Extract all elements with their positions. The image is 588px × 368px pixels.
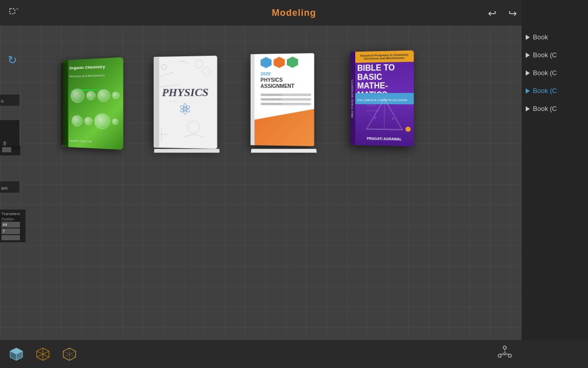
transform-label: Transform xyxy=(2,212,24,216)
book3-pages xyxy=(251,149,317,153)
svg-line-2 xyxy=(159,72,174,77)
book2-title: PHYSICS ⚛ xyxy=(162,86,208,118)
properties-panel xyxy=(0,146,20,155)
label-are: are xyxy=(0,181,19,193)
book1-decoration xyxy=(69,84,121,134)
right-panel: Book Book (C Book (C Book (C Book (C xyxy=(522,0,588,368)
expand-icon-4 xyxy=(526,106,530,111)
book3-bottom-area xyxy=(255,109,314,146)
expand-icon-2 xyxy=(526,71,530,76)
transform-section: Transform Position 44 7 xyxy=(0,210,26,242)
book3-year: 2020 xyxy=(260,71,271,76)
svg-line-12 xyxy=(366,129,402,129)
books-area: Organic Chemistry Structure and Mechanis… xyxy=(31,51,517,151)
book4-author: PRAGATI AGRAWAL xyxy=(357,136,412,141)
right-panel-label-3: Book (C xyxy=(533,87,557,95)
right-panel-label-1: Book (C xyxy=(533,51,557,59)
view-wireframe-button[interactable] xyxy=(32,343,54,365)
right-panel-item-3[interactable]: Book (C xyxy=(522,82,588,100)
svg-point-3 xyxy=(195,60,203,68)
book-bible-mathematics[interactable]: BIBLE TO BASIC MATHEMATICS Research Prog… xyxy=(350,51,424,151)
book2-pages xyxy=(154,149,220,153)
right-panel-label-4: Book (C xyxy=(533,105,557,112)
x-input[interactable]: 44 xyxy=(2,222,20,227)
label-n: n xyxy=(0,95,19,106)
book1-title: Organic Chemistry xyxy=(69,63,121,71)
book-physics-assignment[interactable]: 2020 PHYSICS ASSIGNMENT Text Replacement… xyxy=(250,54,324,151)
graph-icon[interactable] xyxy=(496,342,514,363)
book3-top-area: 2020 PHYSICS ASSIGNMENT Text Replacement… xyxy=(255,53,314,109)
book1-spine xyxy=(61,63,67,145)
right-panel-item-2[interactable]: Book (C xyxy=(522,64,588,82)
top-left-toolbar xyxy=(5,4,23,22)
svg-rect-0 xyxy=(10,9,15,14)
book1-subtitle: Structure and Mechanisms xyxy=(69,73,121,78)
view-solid-button[interactable] xyxy=(5,343,28,365)
svg-line-40 xyxy=(506,353,510,354)
view-transparent-button[interactable] xyxy=(58,343,81,365)
book3-lines: Text Replacement Text Replacement Text R… xyxy=(260,94,311,107)
svg-text:a²+b²=c²: a²+b²=c² xyxy=(366,104,376,106)
svg-line-39 xyxy=(500,353,504,354)
undo-redo-toolbar: ↩ ↪ xyxy=(483,4,522,22)
book3-hex-icons xyxy=(260,57,298,68)
right-panel-label-2: Book (C xyxy=(533,69,557,77)
right-panel-item-4[interactable]: Book (C xyxy=(522,100,588,118)
position-label: Position xyxy=(2,217,24,221)
book2-atom-icon: ⚛ xyxy=(162,100,208,118)
svg-point-32 xyxy=(503,346,506,349)
svg-text:φ: φ xyxy=(391,117,394,120)
marquee-select-icon[interactable] xyxy=(5,4,23,22)
book4-header-text: Research Programs in ChemistryDirections… xyxy=(360,53,408,60)
svg-point-7 xyxy=(188,121,200,133)
book-physics[interactable]: E=mc² F=ma PHYSICS ⚛ xyxy=(153,56,225,151)
svg-line-24 xyxy=(43,351,49,354)
book-organic-chemistry[interactable]: Organic Chemistry Structure and Mechanis… xyxy=(61,59,128,151)
svg-line-26 xyxy=(43,354,49,357)
book4-header-bar: Research Programs in ChemistryDirections… xyxy=(355,50,414,62)
right-panel-label-0: Book xyxy=(533,33,548,41)
ire-label: Ire xyxy=(1,122,8,148)
svg-point-1 xyxy=(161,64,166,70)
svg-text:sin²θ+cos²θ=1: sin²θ+cos²θ=1 xyxy=(366,109,379,111)
book1-author: Harold H. Trimm, etc. xyxy=(69,139,121,144)
expand-icon-1 xyxy=(526,53,530,58)
page-title: Modeling xyxy=(272,8,316,18)
svg-point-35 xyxy=(504,353,506,355)
book4-spine: BIBLE TO BASIC MATHEMATICS xyxy=(351,57,355,140)
expand-icon-3 xyxy=(526,88,530,94)
rotate-icon[interactable]: ↻ xyxy=(3,51,21,70)
svg-text:θ: θ xyxy=(374,116,376,119)
y-input[interactable]: 7 xyxy=(2,228,20,234)
redo-button[interactable]: ↪ xyxy=(503,4,522,22)
bottom-toolbar xyxy=(0,340,588,368)
book4-badge xyxy=(405,127,410,132)
svg-line-23 xyxy=(37,351,43,354)
undo-button[interactable]: ↩ xyxy=(483,4,501,22)
book2-title-text: PHYSICS xyxy=(162,86,208,98)
right-panel-item-1[interactable]: Book (C xyxy=(522,46,588,64)
z-input[interactable] xyxy=(2,235,20,240)
right-panel-item-0[interactable]: Book xyxy=(522,28,588,46)
expand-icon-0 xyxy=(526,35,530,40)
book4-diagram: θ φ a²+b²=c² sin²θ+cos²θ=1 xyxy=(357,100,412,128)
svg-line-25 xyxy=(37,354,43,357)
book3-title-text: PHYSICS ASSIGNMENT xyxy=(260,77,312,90)
